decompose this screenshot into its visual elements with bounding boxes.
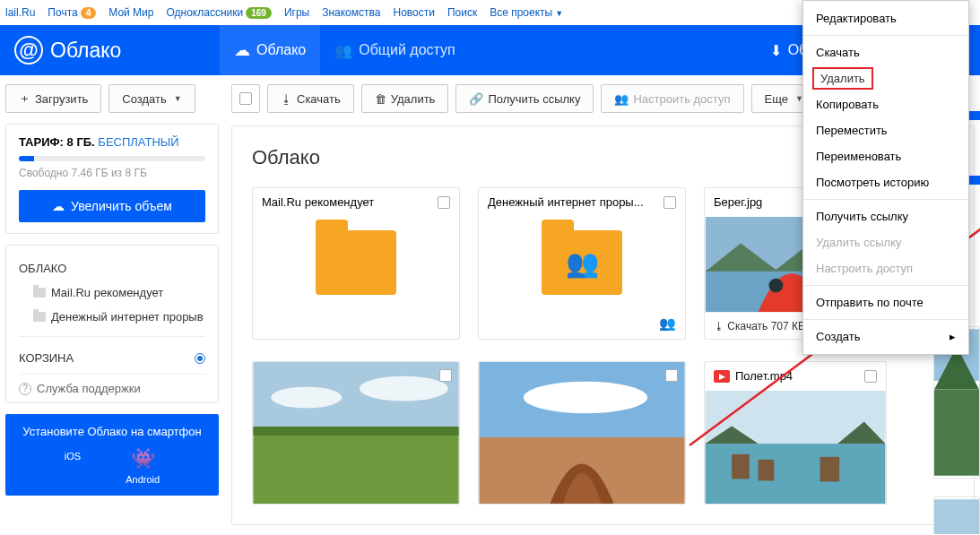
sidebar: ＋Загрузить Создать▼ ТАРИФ: 8 ГБ. БЕСПЛАТ… xyxy=(5,84,219,525)
ctx-copy[interactable]: Копировать xyxy=(803,91,968,117)
card-checkbox[interactable] xyxy=(665,369,678,382)
ctx-rename[interactable]: Переименовать xyxy=(803,143,968,169)
cloud-icon: ☁ xyxy=(234,40,250,60)
ctx-edit[interactable]: Редактировать xyxy=(803,5,968,31)
card-checkbox[interactable] xyxy=(864,370,877,383)
top-dating[interactable]: Знакомства xyxy=(322,6,380,19)
ok-badge: 169 xyxy=(246,7,272,19)
download-icon: ⭳ xyxy=(281,92,292,106)
plan-box: ТАРИФ: 8 ГБ. БЕСПЛАТНЫЙ Свободно 7.46 ГБ… xyxy=(5,124,219,234)
tree-box: ОБЛАКО Mail.Ru рекомендует Денежный инте… xyxy=(5,245,219,403)
context-menu: Редактировать Скачать Удалить Копировать… xyxy=(802,0,969,355)
svg-rect-9 xyxy=(253,427,458,436)
getlink-button[interactable]: 🔗Получить ссылку xyxy=(455,84,594,113)
radio-icon xyxy=(195,353,205,364)
svg-rect-8 xyxy=(253,427,458,504)
delete-button[interactable]: 🗑Удалить xyxy=(361,84,449,113)
top-games[interactable]: Игры xyxy=(284,6,309,19)
people-icon: 👥 xyxy=(614,92,629,106)
card-checkbox[interactable] xyxy=(438,196,450,209)
svg-point-11 xyxy=(524,382,647,414)
access-button[interactable]: 👥Настроить доступ xyxy=(601,84,743,113)
android-icon: 👾 xyxy=(131,447,155,470)
card-checkbox[interactable] xyxy=(663,196,676,209)
top-allprojects[interactable]: Все проекты▼ xyxy=(490,6,563,19)
at-icon: @ xyxy=(14,36,43,65)
card-title: Берег.jpg xyxy=(714,195,762,209)
svg-point-6 xyxy=(271,387,342,409)
folder-card[interactable]: Денежный интернет проры... 👥 👥 xyxy=(478,187,686,340)
ctx-dellink: Удалить ссылку xyxy=(803,229,968,255)
upload-button[interactable]: ＋Загрузить xyxy=(5,84,101,113)
ctx-move[interactable]: Переместить xyxy=(803,117,968,143)
ctx-access: Настроить доступ xyxy=(803,255,968,281)
download-icon: ⭳ xyxy=(714,320,724,332)
logo[interactable]: @ Облако xyxy=(0,36,220,65)
folder-icon xyxy=(33,312,46,322)
top-ok[interactable]: Одноклассники169 xyxy=(166,6,271,19)
download-button[interactable]: ⭳Скачать xyxy=(267,84,354,113)
chevron-right-icon: ▸ xyxy=(950,330,956,343)
folder-icon xyxy=(316,230,396,295)
link-icon: 🔗 xyxy=(469,92,483,106)
create-button[interactable]: Создать▼ xyxy=(108,84,195,113)
ctx-delete[interactable]: Удалить xyxy=(812,67,873,90)
mail-badge: 4 xyxy=(81,7,97,19)
svg-rect-25 xyxy=(934,499,979,534)
download-icon: ⬇ xyxy=(770,42,782,59)
file-grid-row2: ▶ Полет.mp4 xyxy=(252,361,954,505)
video-icon: ▶ xyxy=(714,370,730,383)
card-title: Mail.Ru рекомендует xyxy=(262,195,374,209)
storage-progress xyxy=(19,156,205,161)
thumbnail xyxy=(479,362,685,504)
select-all-checkbox[interactable] xyxy=(231,84,260,113)
ctx-download[interactable]: Скачать xyxy=(803,39,968,65)
card-title: Денежный интернет проры... xyxy=(488,195,644,209)
svg-rect-17 xyxy=(732,454,750,479)
image-card[interactable] xyxy=(478,361,686,505)
tree-item[interactable]: Денежный интернет прорыв ... xyxy=(19,305,205,329)
top-moymir[interactable]: Мой Мир xyxy=(108,6,153,19)
tree-header-cloud[interactable]: ОБЛАКО xyxy=(19,256,205,280)
ctx-create[interactable]: Создать▸ xyxy=(803,324,968,349)
download-size[interactable]: ⭳ Скачать 707 КБ xyxy=(714,320,805,332)
logo-text: Облако xyxy=(50,39,121,63)
card-checkbox[interactable] xyxy=(439,369,452,382)
folder-shared-icon: 👥 xyxy=(542,230,622,295)
top-news[interactable]: Новости xyxy=(393,6,434,19)
question-icon: ? xyxy=(19,383,31,395)
folder-icon xyxy=(33,288,46,298)
cloud-icon: ☁ xyxy=(52,199,65,213)
share-icon: 👥 xyxy=(659,315,676,332)
promo-android[interactable]: 👾Android xyxy=(126,447,160,485)
promo-ios[interactable]: iOS xyxy=(65,447,81,485)
top-search[interactable]: Поиск xyxy=(447,6,477,19)
ctx-sendmail[interactable]: Отправить по почте xyxy=(803,289,968,315)
svg-rect-19 xyxy=(820,457,840,482)
people-icon: 👥 xyxy=(334,42,352,59)
mobile-promo: Установите Облако на смартфон iOS 👾Andro… xyxy=(5,414,219,496)
top-pochta[interactable]: Почта4 xyxy=(48,6,96,19)
trash-icon: 🗑 xyxy=(375,92,386,106)
top-mailru[interactable]: lail.Ru xyxy=(5,6,35,19)
chevron-down-icon: ▼ xyxy=(555,9,563,18)
support-link[interactable]: ?Служба поддержки xyxy=(19,382,205,395)
svg-point-7 xyxy=(360,376,448,401)
video-card[interactable]: ▶ Полет.mp4 xyxy=(704,361,887,505)
tree-item[interactable]: Mail.Ru рекомендует xyxy=(19,280,205,305)
card-title: Полет.mp4 xyxy=(735,369,793,383)
tree-bin[interactable]: КОРЗИНА xyxy=(19,344,205,367)
ctx-getlink[interactable]: Получить ссылку xyxy=(803,203,968,229)
plan-type-link[interactable]: БЕСПЛАТНЫЙ xyxy=(98,135,178,149)
thumbnail xyxy=(705,391,886,504)
folder-card[interactable]: Mail.Ru рекомендует xyxy=(252,187,460,340)
increase-storage-button[interactable]: ☁Увеличить объем xyxy=(19,190,205,222)
plus-icon: ＋ xyxy=(19,91,30,107)
tab-shared[interactable]: 👥 Общий доступ xyxy=(320,25,470,75)
image-card[interactable] xyxy=(252,361,460,505)
svg-rect-24 xyxy=(934,390,979,476)
ctx-history[interactable]: Посмотреть историю xyxy=(803,169,968,195)
chevron-down-icon: ▼ xyxy=(174,94,182,103)
tab-cloud[interactable]: ☁ Облако xyxy=(220,25,320,75)
svg-rect-18 xyxy=(759,460,775,481)
